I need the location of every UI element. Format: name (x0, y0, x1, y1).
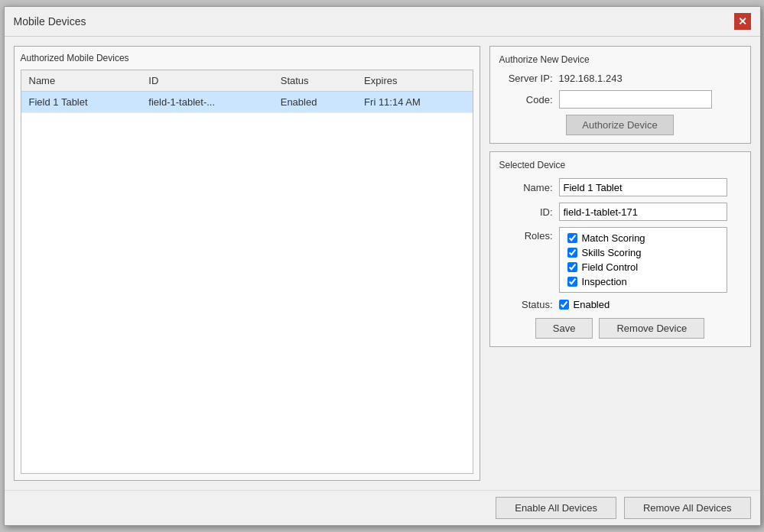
selected-device-section: Selected Device Name: ID: Roles: Match S… (489, 151, 751, 347)
device-action-buttons: Save Remove Device (499, 318, 741, 339)
row-status: Enabled (273, 92, 356, 113)
window-title: Mobile Devices (14, 15, 86, 28)
selected-device-title: Selected Device (499, 160, 741, 170)
role-match-scoring-checkbox[interactable] (567, 233, 577, 243)
role-match-scoring-label: Match Scoring (582, 232, 645, 244)
code-row: Code: (499, 90, 741, 109)
enable-all-devices-button[interactable]: Enable All Devices (496, 497, 616, 519)
title-bar: Mobile Devices ✕ (5, 7, 760, 37)
authorized-devices-title: Authorized Mobile Devices (21, 53, 473, 63)
close-button[interactable]: ✕ (734, 13, 751, 30)
device-id-row: ID: (499, 203, 741, 221)
authorized-devices-panel: Authorized Mobile Devices Name ID Status… (14, 46, 480, 481)
server-ip-value: 192.168.1.243 (559, 73, 623, 84)
remove-device-button[interactable]: Remove Device (599, 318, 704, 339)
device-name-label: Name: (499, 182, 553, 193)
roles-row: Roles: Match Scoring Skills Scoring F (499, 227, 741, 293)
roles-box: Match Scoring Skills Scoring Field Contr… (559, 227, 727, 293)
col-status: Status (273, 70, 356, 92)
row-id: field-1-tablet-... (141, 92, 272, 113)
code-input[interactable] (559, 90, 712, 109)
role-match-scoring: Match Scoring (567, 232, 719, 244)
roles-label: Roles: (499, 227, 553, 242)
authorize-section-title: Authorize New Device (499, 54, 741, 65)
status-row: Status: Enabled (499, 299, 741, 310)
device-name-input[interactable] (559, 178, 727, 196)
authorize-device-button[interactable]: Authorize Device (566, 115, 673, 135)
right-panel: Authorize New Device Server IP: 192.168.… (489, 46, 751, 481)
table-header-row: Name ID Status Expires (21, 70, 473, 92)
role-skills-scoring-checkbox[interactable] (567, 248, 577, 258)
role-field-control-label: Field Control (582, 261, 639, 273)
devices-table-container: Name ID Status Expires Field 1 Tablet fi… (21, 70, 473, 474)
status-enabled-checkbox[interactable] (559, 300, 569, 310)
main-content: Authorized Mobile Devices Name ID Status… (5, 37, 760, 490)
role-skills-scoring-label: Skills Scoring (582, 247, 642, 258)
row-name: Field 1 Tablet (21, 92, 141, 113)
devices-table: Name ID Status Expires Field 1 Tablet fi… (21, 70, 473, 113)
code-label: Code: (499, 94, 553, 105)
remove-all-devices-button[interactable]: Remove All Devices (624, 497, 751, 519)
save-button[interactable]: Save (535, 318, 593, 339)
role-field-control: Field Control (567, 261, 719, 273)
device-name-row: Name: (499, 178, 741, 196)
col-name: Name (21, 70, 141, 92)
mobile-devices-window: Mobile Devices ✕ Authorized Mobile Devic… (4, 6, 761, 526)
status-enabled-label: Enabled (574, 299, 610, 310)
row-expires: Fri 11:14 AM (356, 92, 472, 113)
col-id: ID (141, 70, 272, 92)
table-row[interactable]: Field 1 Tablet field-1-tablet-... Enable… (21, 92, 473, 113)
role-inspection: Inspection (567, 276, 719, 287)
role-inspection-checkbox[interactable] (567, 277, 577, 287)
status-check-row: Enabled (559, 299, 610, 310)
device-id-label: ID: (499, 206, 553, 218)
server-ip-label: Server IP: (499, 73, 553, 84)
device-id-input[interactable] (559, 203, 727, 221)
server-ip-row: Server IP: 192.168.1.243 (499, 73, 741, 84)
role-inspection-label: Inspection (582, 276, 627, 287)
col-expires: Expires (356, 70, 472, 92)
authorize-section: Authorize New Device Server IP: 192.168.… (489, 46, 751, 144)
bottom-bar: Enable All Devices Remove All Devices (5, 490, 760, 525)
status-label: Status: (499, 299, 553, 310)
role-field-control-checkbox[interactable] (567, 262, 577, 272)
role-skills-scoring: Skills Scoring (567, 247, 719, 258)
